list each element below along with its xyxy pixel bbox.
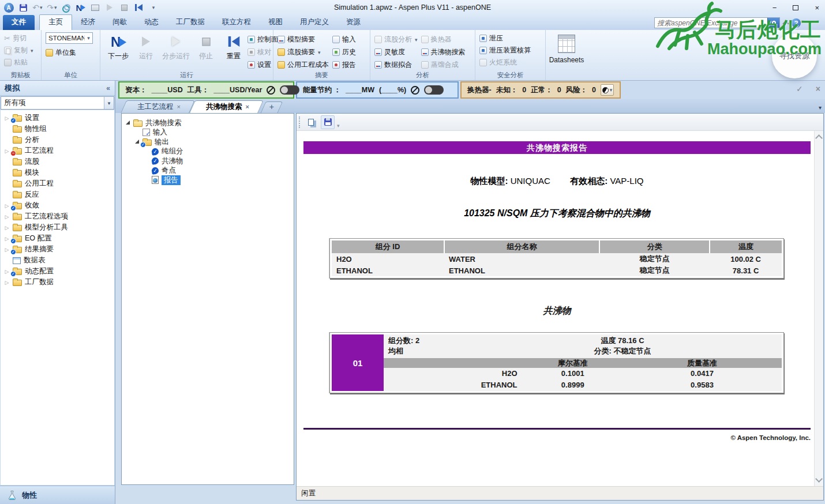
find-resources-button[interactable]: 寻找资源 [772,33,817,78]
sidebar-item-streams[interactable]: 流股 [1,156,114,167]
tree-item-input[interactable]: 输入 [125,128,294,138]
paste-button[interactable]: 粘贴 [4,57,38,69]
stream-analysis-button[interactable]: 流股分析▾ [374,33,418,46]
stop-button[interactable]: 停止 [192,32,220,71]
expander-icon[interactable]: ▷ [4,148,10,154]
expander-icon[interactable]: ▷ [4,280,10,285]
sidebar-item-analysis[interactable]: 分析 [1,134,114,145]
step-run-button[interactable]: 分步运行 [160,32,192,71]
exchanger-status-button[interactable]: ▾ [601,84,614,96]
copy-report-button[interactable] [305,115,318,129]
flare-system-button[interactable]: 火炬系统 [479,57,542,69]
sidebar-item-flowsheet[interactable]: ▷−工艺流程 [1,145,114,156]
close-tab-icon[interactable]: × [177,103,181,110]
vertical-scrollbar[interactable] [814,131,823,486]
aspen-logo-icon[interactable]: A [3,2,14,13]
tree-item-azeotropes[interactable]: ✓共沸物 [125,156,294,166]
model-summary-button[interactable]: 模型摘要 [278,33,329,46]
tree-filter-combobox[interactable]: 所有项 ▾ [1,96,114,110]
heat-exchanger-button[interactable]: 换热器 [421,33,466,46]
tab-azeotrope-search[interactable]: 共沸物搜索 × [192,100,261,113]
pressure-relief-button[interactable]: 泄压 [479,32,542,44]
expander-icon[interactable]: ▷ [4,203,10,209]
run-quick-button[interactable] [104,2,115,13]
sidebar-item-model-analysis-tools[interactable]: ▷模型分析工具 [1,222,114,233]
close-strip-icon[interactable]: × [816,84,820,93]
cut-button[interactable]: ✂剪切 [4,32,38,44]
search-button[interactable] [767,18,779,28]
molecule-search-button[interactable] [61,2,72,13]
collapse-pane-icon[interactable]: « [106,84,110,92]
distillation-synthesis-button[interactable]: 蒸馏合成 [421,59,466,71]
sidebar-item-datasheets[interactable]: 数据表 [1,255,114,266]
close-button[interactable]: × [815,4,819,12]
toolbar-options-button[interactable]: ▾ [148,2,159,13]
search-input[interactable] [655,19,767,27]
tab-home[interactable]: 主页 [39,14,72,30]
copy-button[interactable]: 复制▾ [4,44,38,57]
sidebar-item-utilities[interactable]: 公用工程 [1,178,114,189]
sidebar-item-plant-data[interactable]: ▷工厂数据 [1,277,114,288]
tab-view[interactable]: 视图 [260,15,291,30]
tree-item-pure-components[interactable]: ✓纯组分 [125,147,294,157]
tree-item-output[interactable]: ✓输出 [125,137,294,147]
next-step-quick-button[interactable]: N [76,2,86,13]
sidebar-item-setup[interactable]: ▷✓设置 [1,112,114,123]
reset-quick-button[interactable] [133,2,144,13]
scroll-down-icon[interactable] [815,475,823,483]
expander-icon[interactable]: ▷ [4,269,10,274]
stop-quick-button[interactable] [119,2,129,13]
stream-summary-button[interactable]: 流股摘要▾ [278,46,329,58]
input-button[interactable]: 输入 [332,33,356,46]
tab-dynamics[interactable]: 动态 [136,15,167,30]
save-report-button[interactable] [321,115,335,129]
expander-icon[interactable]: ▷ [4,247,10,253]
tab-list-dropdown-icon[interactable]: ▾ [819,104,822,111]
tab-plant-data[interactable]: 工厂数据 [167,15,213,30]
unit-set-combobox[interactable]: STONEMAN ▾ [46,32,93,44]
sidebar-item-property-sets[interactable]: 物性组 [1,123,114,134]
control-panel-quick-button[interactable] [90,2,100,13]
minimize-button[interactable]: − [772,4,777,12]
reset-button[interactable]: 重置 [220,32,247,71]
sensitivity-button[interactable]: 灵敏度 [374,46,418,58]
expander-icon[interactable]: ▷ [4,115,10,121]
azeotrope-search-button[interactable]: 共沸物搜索 [421,46,466,58]
expander-icon[interactable]: ▷ [4,214,10,220]
help-icon[interactable]: ? [792,18,801,28]
data-fit-button[interactable]: 数据拟合 [374,59,418,71]
tab-customize[interactable]: 用户定义 [291,15,337,30]
sidebar-item-dynamic-configuration[interactable]: ▷✓动态配置 [1,266,114,277]
redo-button[interactable]: ↷▾ [47,2,57,13]
history-button[interactable]: 历史 [332,46,356,58]
unit-sets-button[interactable]: 单位集 [46,47,97,59]
energy-toggle[interactable] [424,85,444,95]
run-button[interactable]: 运行 [132,32,160,71]
save-button[interactable] [18,2,28,13]
relief-sizing-button[interactable]: 泄压装置核算 [479,44,542,57]
sidebar-item-reactions[interactable]: 反应 [1,189,114,200]
next-button[interactable]: N下一步 [104,32,132,71]
economics-toggle[interactable] [280,85,299,95]
report-button[interactable]: 报告 [332,59,356,71]
tab-main-flowsheet[interactable]: 主工艺流程 × [123,100,192,113]
tree-item-singular-points[interactable]: ✓奇点 [125,166,294,176]
tree-item-report[interactable]: 报告 [125,175,294,185]
tab-file[interactable]: 文件 [3,15,35,30]
utility-costs-button[interactable]: 公用工程成本 [278,59,329,71]
tab-equation-oriented[interactable]: 联立方程 [213,15,260,30]
sidebar-item-convergence[interactable]: ▷✓收敛 [1,200,114,211]
tab-batch[interactable]: 间歇 [104,15,136,30]
maximize-button[interactable] [793,5,798,10]
properties-environment-bar[interactable]: 物性 [0,486,115,504]
datasheets-button[interactable]: Datasheets [550,32,583,64]
sidebar-item-results-summary[interactable]: ▷✓结果摘要 [1,244,114,255]
expander-icon[interactable]: ▷ [4,225,10,231]
toolbar-overflow-icon[interactable]: ▾ [337,123,340,129]
tab-resources[interactable]: 资源 [337,15,369,30]
collapse-ribbon-icon[interactable] [782,20,789,27]
expander-icon[interactable]: ▷ [4,236,10,242]
scroll-up-icon[interactable] [815,134,823,142]
tree-item-azeotrope-search[interactable]: 共沸物搜索 [125,118,294,128]
close-tab-icon[interactable]: × [245,103,249,110]
